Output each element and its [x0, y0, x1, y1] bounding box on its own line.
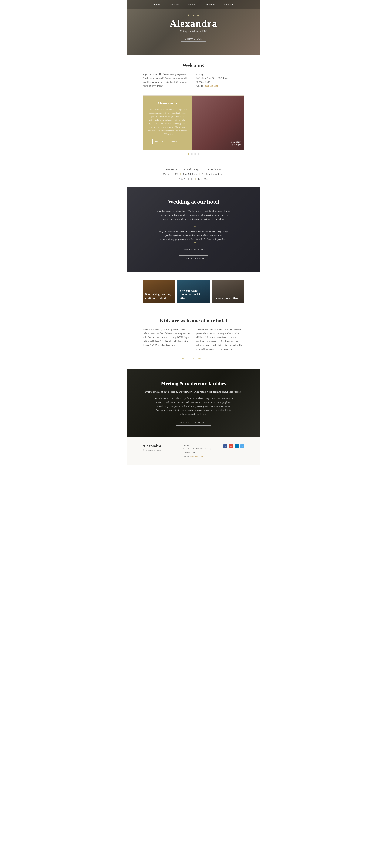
- footer-brand: Alexandra © 2016 | Privacy Policy: [143, 443, 177, 452]
- kids-section: Kids are welcome at our hotel Know what'…: [127, 310, 260, 369]
- social-twitter[interactable]: t: [240, 444, 244, 448]
- main-nav: Home About us Rooms Services Contacts: [127, 0, 260, 9]
- hotel-subtitle: Chicago hotel since 1985: [170, 30, 217, 33]
- social-facebook[interactable]: f: [223, 444, 228, 448]
- wedding-title: Wedding at our hotel: [143, 198, 244, 205]
- star-rating: ★ ★ ★: [170, 13, 217, 17]
- meeting-section: Meeting & conference facilities Events a…: [127, 369, 260, 437]
- amenities-section: Free Wi-Fi | Air Conditioning | Private …: [127, 165, 260, 187]
- book-wedding-button[interactable]: BOOK A WEDDING: [179, 255, 208, 261]
- card-food-text: Best cooking, wine list, draft beer, coc…: [145, 293, 173, 300]
- card-luxury[interactable]: Luxury special offers: [212, 280, 244, 303]
- card-luxury-text: Luxury special offers: [214, 297, 238, 300]
- rooms-section: Classic rooms Classic rooms at The Alexa…: [127, 95, 260, 165]
- amenity-bed: Large Bed: [196, 177, 210, 182]
- room-description: Classic rooms at The Alexandra are brigh…: [147, 108, 187, 136]
- hotel-name-hero: Alexandra: [170, 18, 217, 29]
- amenities-row-3: Sofa Available | Large Bed: [143, 177, 244, 182]
- quote-author: Frank & Alicia Nelson: [158, 248, 229, 252]
- amenity-minibar: Free Mini-bar: [181, 172, 199, 177]
- wedding-description: Your day means everything to us. Whether…: [156, 209, 231, 221]
- quote-close-mark: ””: [158, 241, 229, 246]
- nav-about[interactable]: About us: [168, 2, 181, 7]
- room-title: Classic rooms: [147, 101, 187, 105]
- amenities-row-2: Flat-screen TV | Free Mini-bar | Refrige…: [143, 172, 244, 177]
- nav-contacts[interactable]: Contacts: [222, 2, 236, 7]
- cards-row: Best cooking, wine list, draft beer, coc…: [127, 273, 260, 310]
- quote-open-mark: ““: [158, 225, 229, 230]
- nav-rooms[interactable]: Rooms: [186, 2, 198, 7]
- amenity-wifi: Free Wi-Fi: [164, 167, 179, 172]
- room-card: Classic rooms Classic rooms at The Alexa…: [143, 95, 244, 150]
- dot-2[interactable]: [191, 153, 192, 155]
- footer-copyright: © 2016 | Privacy Policy: [143, 449, 177, 452]
- nav-services[interactable]: Services: [204, 2, 217, 7]
- room-price: from $123 per night: [231, 141, 240, 146]
- room-dots: [143, 152, 244, 155]
- wedding-section: Wedding at our hotel Your day means ever…: [127, 187, 260, 273]
- footer-hotel-name: Alexandra: [143, 443, 177, 448]
- welcome-address: Chicago, 28 Jackson Blvd Ste 1020 Chicag…: [196, 72, 244, 88]
- virtual-tour-button[interactable]: VIRTUAL TOUR: [181, 36, 206, 41]
- welcome-title: Welcome!: [143, 62, 244, 68]
- hero-content: ★ ★ ★ Alexandra Chicago hotel since 1985…: [170, 13, 217, 41]
- kids-title: Kids are welcome at our hotel: [143, 318, 244, 324]
- amenity-ac: Air Conditioning: [180, 167, 201, 172]
- dot-3[interactable]: [195, 153, 196, 155]
- meeting-description: Our dedicated team of conference profess…: [154, 397, 233, 416]
- card-food[interactable]: Best cooking, wine list, draft beer, coc…: [143, 280, 175, 303]
- amenity-bathroom: Private Bathroom: [202, 167, 223, 172]
- card-pool-text: View our rooms, restaurant, pool & other: [180, 289, 207, 300]
- card-pool[interactable]: View our rooms, restaurant, pool & other: [177, 280, 210, 303]
- amenity-fridge: Refrigerator Available: [200, 172, 226, 177]
- kids-reserve-button[interactable]: MAKE A RESERVATION: [174, 356, 213, 362]
- footer-address: Chicago, 28 Jackson Blvd Ste 1020 Chicag…: [183, 443, 218, 458]
- welcome-section: Welcome! A good hotel shouldn't be neces…: [127, 55, 260, 95]
- amenity-tv: Flat-screen TV: [161, 172, 180, 177]
- footer: Alexandra © 2016 | Privacy Policy Chicag…: [127, 437, 260, 465]
- kids-text-left: Know what's free for your kid. Up to two…: [143, 328, 191, 351]
- amenity-sofa: Sofa Available: [177, 177, 196, 182]
- meeting-tagline: Events are all about people & we will wo…: [143, 391, 244, 394]
- social-linkedin[interactable]: in: [235, 444, 239, 448]
- dot-1[interactable]: [188, 153, 189, 155]
- room-reserve-button[interactable]: MAKE A RESERVATION: [152, 139, 182, 144]
- quote-text: We got married in the Alexandra in Septe…: [158, 230, 229, 241]
- amenities-row-1: Free Wi-Fi | Air Conditioning | Private …: [143, 167, 244, 172]
- kids-text-right: The maximum number of extra beds/childre…: [196, 328, 244, 351]
- social-googleplus[interactable]: g+: [229, 444, 233, 448]
- room-card-info: Classic rooms Classic rooms at The Alexa…: [143, 96, 192, 150]
- room-price-from: from $123: [231, 141, 240, 144]
- meeting-title: Meeting & conference facilities: [143, 381, 244, 386]
- welcome-text-left: A good hotel shouldn't be necessarily ex…: [143, 72, 191, 88]
- book-conference-button[interactable]: BOOK A CONFERENCE: [176, 420, 211, 426]
- room-price-per: per night: [231, 144, 240, 146]
- footer-social: f g+ in t: [223, 443, 244, 448]
- quote-block: ““ We got married in the Alexandra in Se…: [158, 225, 229, 252]
- kids-grid: Know what's free for your kid. Up to two…: [143, 328, 244, 351]
- room-card-image: from $123 per night: [192, 96, 244, 150]
- welcome-grid: A good hotel shouldn't be necessarily ex…: [143, 72, 244, 88]
- dot-4[interactable]: [198, 153, 199, 155]
- nav-home[interactable]: Home: [151, 2, 162, 7]
